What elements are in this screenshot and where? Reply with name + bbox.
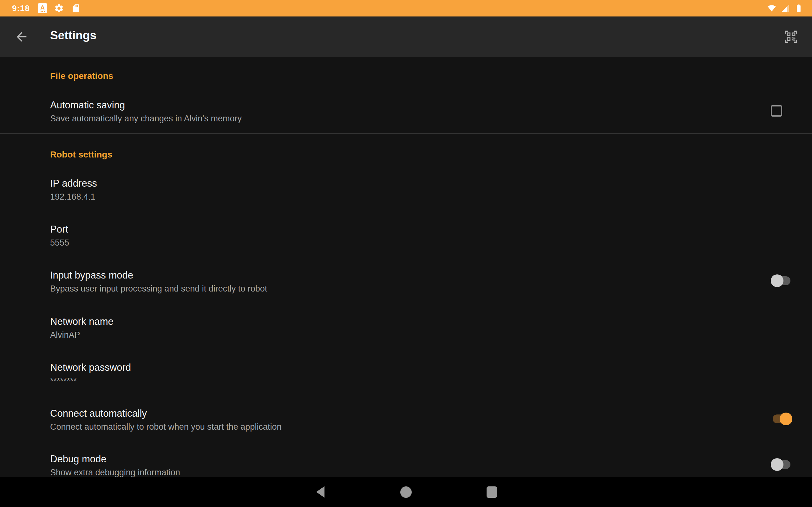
row-title: Connect automatically [50, 406, 812, 420]
page-title: Settings [50, 29, 96, 42]
navigation-bar [0, 477, 812, 507]
letter-a-file-icon: A [38, 3, 47, 13]
section-header-robot-settings: Robot settings [50, 149, 112, 160]
row-subtitle: Connect automatically to robot when you … [50, 420, 812, 433]
row-ip-address[interactable]: IP address 192.168.4.1 [0, 176, 812, 203]
switch-thumb [771, 274, 783, 287]
clock: 9:18 [12, 3, 30, 13]
nav-back-icon [316, 487, 324, 498]
row-network-password[interactable]: Network password ******** [0, 360, 812, 387]
status-bar: 9:18 A [0, 0, 812, 16]
arrow-left-icon [14, 30, 29, 44]
wifi-icon [767, 4, 776, 12]
settings-list: File operations Automatic saving Save au… [0, 57, 812, 477]
row-title: Debug mode [50, 452, 812, 466]
row-debug-mode[interactable]: Debug mode Show extra debugging informat… [0, 452, 812, 479]
nav-back-button[interactable] [313, 485, 328, 500]
battery-icon [794, 4, 803, 13]
nav-home-icon [400, 487, 412, 498]
nav-home-button[interactable] [398, 485, 414, 500]
row-value: ******** [50, 375, 812, 387]
back-button[interactable] [14, 29, 29, 44]
automatic-saving-checkbox[interactable] [771, 105, 782, 117]
switch-thumb [780, 412, 792, 425]
row-subtitle: Save automatically any changes in Alvin'… [50, 112, 812, 125]
row-automatic-saving[interactable]: Automatic saving Save automatically any … [0, 98, 812, 125]
row-title: Port [50, 222, 812, 236]
app-bar: Settings [0, 16, 812, 57]
nav-recents-button[interactable] [484, 485, 499, 500]
row-title: Network name [50, 315, 812, 329]
section-header-file-operations: File operations [50, 70, 113, 82]
row-title: Input bypass mode [50, 268, 812, 282]
row-title: Automatic saving [50, 98, 812, 112]
row-value: 5555 [50, 236, 812, 249]
row-title: Network password [50, 360, 812, 375]
row-connect-automatically[interactable]: Connect automatically Connect automatica… [0, 406, 812, 433]
switch-thumb [771, 458, 783, 471]
row-port[interactable]: Port 5555 [0, 222, 812, 249]
row-network-name[interactable]: Network name AlvinAP [0, 315, 812, 341]
debug-mode-switch[interactable] [771, 458, 792, 471]
qr-code-scanner-icon [784, 30, 798, 44]
connect-automatically-switch[interactable] [771, 412, 792, 425]
row-value: AlvinAP [50, 329, 812, 341]
gear-icon [54, 3, 64, 13]
nav-recents-icon [487, 487, 497, 498]
section-divider [0, 133, 812, 134]
cell-signal-icon [781, 4, 790, 13]
settings-screen: 9:18 A [0, 0, 812, 507]
sd-card-icon [71, 3, 81, 13]
row-input-bypass-mode[interactable]: Input bypass mode Bypass user input proc… [0, 268, 812, 295]
status-bar-system-icons [767, 4, 803, 13]
input-bypass-mode-switch[interactable] [771, 274, 792, 287]
row-subtitle: Bypass user input processing and send it… [50, 282, 812, 295]
row-value: 192.168.4.1 [50, 190, 812, 203]
qr-scanner-button[interactable] [783, 29, 799, 44]
status-bar-notification-icons: A [38, 3, 81, 13]
row-title: IP address [50, 176, 812, 190]
